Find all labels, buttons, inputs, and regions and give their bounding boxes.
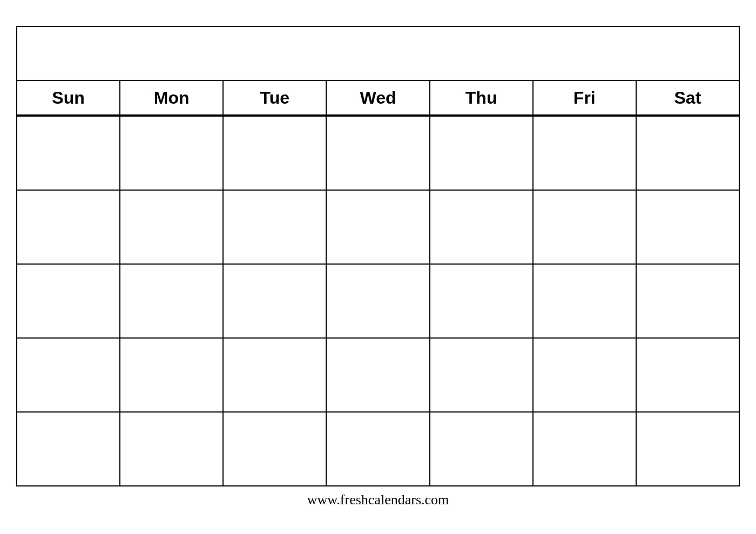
cell-row4-mon (120, 339, 224, 411)
days-header-row: Sun Mon Tue Wed Thu Fri Sat (17, 81, 739, 116)
cell-row3-fri (534, 265, 637, 337)
cell-row3-wed (327, 265, 430, 337)
cell-row5-wed (327, 413, 430, 485)
day-header-mon: Mon (120, 81, 224, 114)
cell-row2-fri (534, 191, 637, 263)
cell-row3-thu (430, 265, 534, 337)
cell-row3-sun (17, 265, 120, 337)
calendar-wrapper: Sun Mon Tue Wed Thu Fri Sat (16, 26, 740, 508)
calendar-container: Sun Mon Tue Wed Thu Fri Sat (16, 26, 740, 486)
cell-row5-sat (637, 413, 739, 485)
calendar-row-2 (17, 190, 739, 263)
cell-row4-tue (224, 339, 327, 411)
calendar-row-3 (17, 263, 739, 337)
cell-row2-thu (430, 191, 534, 263)
cell-row1-fri (534, 117, 637, 190)
day-header-wed: Wed (327, 81, 430, 114)
day-header-sun: Sun (17, 81, 120, 114)
day-header-tue: Tue (224, 81, 327, 114)
cell-row5-fri (534, 413, 637, 485)
day-header-sat: Sat (637, 81, 739, 114)
cell-row4-fri (534, 339, 637, 411)
cell-row4-sat (637, 339, 739, 411)
cell-row2-mon (120, 191, 224, 263)
day-header-fri: Fri (534, 81, 637, 114)
calendar-row-5 (17, 411, 739, 485)
cell-row5-thu (430, 413, 534, 485)
cell-row1-sun (17, 117, 120, 190)
cell-row1-sat (637, 117, 739, 190)
cell-row1-tue (224, 117, 327, 190)
cell-row1-thu (430, 117, 534, 190)
calendar-row-4 (17, 337, 739, 411)
cell-row2-sat (637, 191, 739, 263)
cell-row4-wed (327, 339, 430, 411)
cell-row2-tue (224, 191, 327, 263)
calendar-title-row (17, 27, 739, 81)
day-header-thu: Thu (430, 81, 534, 114)
cell-row3-sat (637, 265, 739, 337)
cell-row5-sun (17, 413, 120, 485)
cell-row1-wed (327, 117, 430, 190)
cell-row3-mon (120, 265, 224, 337)
calendar-row-1 (17, 116, 739, 190)
cell-row4-thu (430, 339, 534, 411)
cell-row4-sun (17, 339, 120, 411)
cell-row1-mon (120, 117, 224, 190)
cell-row2-sun (17, 191, 120, 263)
cell-row2-wed (327, 191, 430, 263)
cell-row5-tue (224, 413, 327, 485)
cell-row3-tue (224, 265, 327, 337)
cell-row5-mon (120, 413, 224, 485)
calendar-grid (17, 116, 739, 485)
footer-url: www.freshcalendars.com (16, 492, 740, 508)
